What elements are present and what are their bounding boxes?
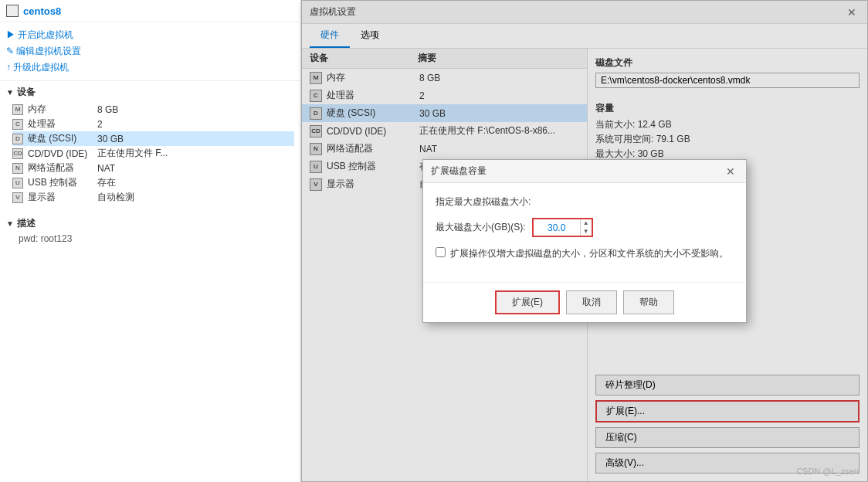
sidebar-device-cdrom[interactable]: CD CD/DVD (IDE) 正在使用文件 F... (12, 146, 294, 161)
sidebar-device-cpu[interactable]: C 处理器 2 (12, 117, 294, 131)
spinner-down-button[interactable]: ▼ (581, 228, 592, 236)
expand-dialog-titlebar: 扩展磁盘容量 ✕ (423, 160, 746, 183)
cdrom-value: 正在使用文件 F... (97, 147, 168, 160)
desc-triangle: ▼ (6, 219, 14, 228)
sidebar: centos8 ▶ 开启此虚拟机 ✎ 编辑虚拟机设置 ↑ 升级此虚拟机 ▼ 设备… (0, 0, 301, 482)
edit-settings-label: ✎ 编辑虚拟机设置 (6, 45, 81, 58)
disk-icon: D (12, 134, 23, 144)
expand-dialog-body: 指定最大虚拟磁盘大小: 最大磁盘大小(GB)(S): ▲ ▼ (423, 183, 746, 282)
sidebar-device-network[interactable]: N 网络适配器 NAT (12, 161, 294, 175)
collapse-triangle: ▼ (6, 88, 14, 97)
vm-icon (6, 5, 19, 17)
sidebar-header: centos8 (0, 0, 300, 22)
expand-spinner: ▲ ▼ (580, 219, 592, 236)
sidebar-vm-name: centos8 (23, 5, 61, 17)
sidebar-device-disk[interactable]: D 硬盘 (SCSI) 30 GB (12, 131, 294, 146)
expand-dialog-label: 指定最大虚拟磁盘大小: (436, 195, 734, 209)
network-label: 网络适配器 (28, 161, 97, 175)
expand-checkbox[interactable] (436, 247, 446, 257)
display-value: 自动检测 (97, 191, 134, 204)
devices-section-header[interactable]: ▼ 设备 (6, 86, 294, 99)
expand-dialog-close-button[interactable]: ✕ (723, 166, 738, 177)
memory-label: 内存 (28, 103, 97, 116)
network-value: NAT (97, 163, 115, 174)
disk-label: 硬盘 (SCSI) (28, 132, 97, 145)
spinner-up-button[interactable]: ▲ (581, 219, 592, 227)
vm-settings-dialog: 虚拟机设置 ✕ 硬件 选项 设备 摘要 M 内存 (301, 0, 868, 482)
network-icon: N (12, 163, 23, 174)
usb-icon: U (12, 178, 23, 188)
start-vm-label: ▶ 开启此虚拟机 (6, 29, 73, 42)
main-window: 虚拟机设置 ✕ 硬件 选项 设备 摘要 M 内存 (301, 0, 868, 482)
disk-value: 30 GB (97, 134, 124, 144)
display-label: 显示器 (28, 191, 97, 204)
cdrom-icon: CD (12, 148, 23, 159)
cdrom-label: CD/DVD (IDE) (28, 148, 97, 159)
watermark: CSDN @L_zsen (796, 467, 859, 476)
cpu-label: 处理器 (28, 117, 97, 131)
expand-disk-size-input[interactable] (534, 220, 580, 236)
sidebar-device-usb[interactable]: U USB 控制器 存在 (12, 175, 294, 190)
desc-section: ▼ 描述 pwd: root123 (0, 212, 300, 249)
sidebar-device-list: M 内存 8 GB C 处理器 2 D 硬盘 (SCSI) 30 GB CD C… (6, 102, 294, 205)
cpu-value: 2 (97, 119, 103, 130)
expand-input-wrapper: ▲ ▼ (532, 218, 593, 237)
expand-dialog: 扩展磁盘容量 ✕ 指定最大虚拟磁盘大小: 最大磁盘大小(GB)(S): ▲ ▼ (422, 159, 747, 323)
devices-section: ▼ 设备 M 内存 8 GB C 处理器 2 D 硬盘 (SCSI) 30 GB… (0, 81, 300, 209)
memory-value: 8 GB (97, 104, 118, 115)
action-edit-settings[interactable]: ✎ 编辑虚拟机设置 (6, 43, 294, 59)
sidebar-actions: ▶ 开启此虚拟机 ✎ 编辑虚拟机设置 ↑ 升级此虚拟机 (0, 22, 300, 81)
usb-value: 存在 (97, 176, 116, 189)
memory-icon: M (12, 104, 23, 115)
expand-confirm-button[interactable]: 扩展(E) (495, 290, 560, 314)
expand-checkbox-row: 扩展操作仅增大虚拟磁盘的大小，分区和文件系统的大小不受影响。 (436, 246, 734, 260)
expand-input-label: 最大磁盘大小(GB)(S): (436, 221, 526, 234)
expand-input-row: 最大磁盘大小(GB)(S): ▲ ▼ (436, 218, 734, 237)
cpu-icon: C (12, 119, 23, 130)
sidebar-device-memory[interactable]: M 内存 8 GB (12, 102, 294, 117)
devices-section-title: 设备 (17, 86, 36, 99)
sidebar-device-display[interactable]: V 显示器 自动检测 (12, 190, 294, 205)
upgrade-vm-label: ↑ 升级此虚拟机 (6, 61, 69, 74)
desc-section-header[interactable]: ▼ 描述 (6, 217, 294, 230)
expand-cancel-button[interactable]: 取消 (566, 290, 617, 314)
display-icon: V (12, 192, 23, 203)
expand-dialog-overlay: 扩展磁盘容量 ✕ 指定最大虚拟磁盘大小: 最大磁盘大小(GB)(S): ▲ ▼ (302, 1, 867, 481)
expand-checkbox-label: 扩展操作仅增大虚拟磁盘的大小，分区和文件系统的大小不受影响。 (450, 246, 728, 260)
action-start-vm[interactable]: ▶ 开启此虚拟机 (6, 27, 294, 43)
expand-dialog-footer: 扩展(E) 取消 帮助 (423, 282, 746, 322)
action-upgrade-vm[interactable]: ↑ 升级此虚拟机 (6, 59, 294, 76)
expand-dialog-title: 扩展磁盘容量 (431, 165, 487, 178)
expand-help-button[interactable]: 帮助 (623, 290, 674, 314)
desc-content: pwd: root123 (6, 233, 294, 244)
usb-label: USB 控制器 (28, 176, 97, 189)
desc-section-title: 描述 (17, 217, 36, 230)
